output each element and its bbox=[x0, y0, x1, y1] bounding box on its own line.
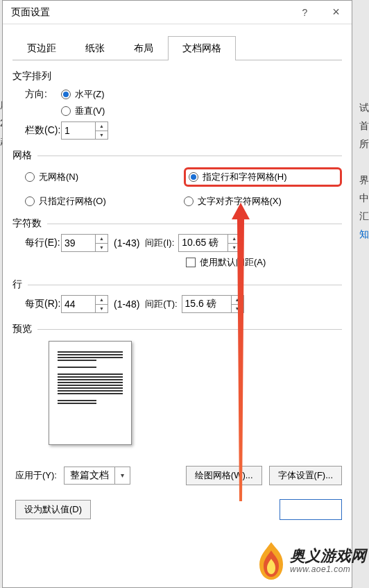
line-spacing-spinner[interactable]: ▲▼ bbox=[182, 295, 244, 313]
tab-layout[interactable]: 布局 bbox=[119, 36, 168, 60]
set-default-button[interactable]: 设为默认值(D) bbox=[15, 500, 91, 519]
line-spacing-input[interactable] bbox=[182, 296, 231, 312]
per-page-range: (1-48) bbox=[114, 299, 139, 310]
columns-label: 栏数(C): bbox=[12, 124, 61, 137]
spin-down-icon[interactable]: ▼ bbox=[96, 131, 108, 140]
per-line-range: (1-43) bbox=[114, 237, 139, 249]
window-title: 页面设置 bbox=[11, 6, 289, 19]
text-direction-group-label: 文字排列 bbox=[12, 70, 342, 83]
radio-icon bbox=[189, 172, 198, 182]
highlight-annotation: 指定行和字符网格(H) bbox=[184, 167, 343, 187]
radio-vertical[interactable]: 垂直(V) bbox=[61, 105, 105, 117]
spin-down-icon[interactable]: ▼ bbox=[232, 305, 243, 313]
watermark-site-url: www.aoe1.com bbox=[290, 565, 366, 574]
apply-to-select[interactable]: 整篇文档 ▾ bbox=[64, 467, 130, 485]
spin-down-icon[interactable]: ▼ bbox=[228, 244, 240, 252]
lines-group-label: 行 bbox=[12, 278, 22, 291]
spin-up-icon[interactable]: ▲ bbox=[96, 122, 108, 131]
spin-up-icon[interactable]: ▲ bbox=[232, 296, 243, 305]
tab-paper[interactable]: 纸张 bbox=[71, 36, 119, 60]
chevron-down-icon: ▾ bbox=[114, 467, 130, 484]
radio-line-only-grid[interactable]: 只指定行网格(O) bbox=[25, 195, 178, 208]
help-button[interactable]: ? bbox=[289, 1, 320, 24]
close-button[interactable]: × bbox=[320, 1, 352, 24]
spin-up-icon[interactable]: ▲ bbox=[96, 235, 108, 244]
tab-document-grid[interactable]: 文档网格 bbox=[168, 36, 236, 60]
per-line-input[interactable] bbox=[62, 235, 95, 251]
columns-input[interactable] bbox=[62, 122, 95, 139]
per-line-label: 每行(E): bbox=[12, 237, 61, 249]
site-watermark: 奥义游戏网 www.aoe1.com bbox=[255, 541, 366, 581]
radio-icon bbox=[25, 196, 35, 206]
draw-grid-button[interactable]: 绘图网格(W)... bbox=[186, 466, 262, 485]
preview-group-label: 预览 bbox=[12, 323, 32, 335]
spin-up-icon[interactable]: ▲ bbox=[228, 235, 240, 244]
default-spacing-checkbox[interactable]: 使用默认间距(A) bbox=[186, 256, 266, 269]
radio-icon bbox=[61, 90, 71, 99]
font-settings-button[interactable]: 字体设置(F)... bbox=[269, 466, 342, 485]
direction-label: 方向: bbox=[12, 88, 61, 101]
titlebar: 页面设置 ? × bbox=[3, 1, 352, 24]
flame-icon bbox=[255, 541, 287, 581]
chars-group-label: 字符数 bbox=[12, 217, 42, 230]
per-page-spinner[interactable]: ▲▼ bbox=[61, 295, 108, 313]
radio-icon bbox=[184, 196, 194, 206]
page-setup-dialog: 页面设置 ? × 页边距 纸张 布局 文档网格 文字排列 方向: 水平(Z) 垂… bbox=[2, 0, 352, 588]
char-spacing-spinner[interactable]: ▲▼ bbox=[178, 234, 241, 252]
per-line-spinner[interactable]: ▲▼ bbox=[61, 234, 108, 252]
tab-margins[interactable]: 页边距 bbox=[12, 36, 71, 60]
spin-down-icon[interactable]: ▼ bbox=[96, 244, 108, 252]
watermark-site-name: 奥义游戏网 bbox=[290, 548, 366, 564]
char-spacing-label: 间距(I): bbox=[145, 237, 174, 249]
per-page-input[interactable] bbox=[62, 296, 95, 312]
per-page-label: 每页(R): bbox=[12, 298, 61, 310]
radio-align-char-grid[interactable]: 文字对齐字符网格(X) bbox=[184, 195, 337, 208]
tab-bar: 页边距 纸张 布局 文档网格 bbox=[12, 35, 342, 60]
radio-horizontal[interactable]: 水平(Z) bbox=[61, 88, 105, 101]
preview-page bbox=[49, 341, 132, 445]
apply-to-label: 应用于(Y): bbox=[15, 469, 57, 482]
radio-icon bbox=[61, 106, 71, 116]
columns-spinner[interactable]: ▲▼ bbox=[61, 121, 108, 140]
spin-up-icon[interactable]: ▲ bbox=[96, 296, 108, 305]
checkbox-icon bbox=[186, 258, 196, 267]
radio-no-grid[interactable]: 无网格(N) bbox=[25, 167, 178, 187]
spin-down-icon[interactable]: ▼ bbox=[96, 305, 108, 313]
background-text-right: 试首所 界中汇 知 bbox=[359, 99, 369, 243]
grid-group-label: 网格 bbox=[12, 149, 32, 162]
line-spacing-label: 间距(T): bbox=[145, 298, 177, 310]
radio-line-char-grid[interactable]: 指定行和字符网格(H) bbox=[189, 171, 287, 183]
char-spacing-input[interactable] bbox=[179, 235, 228, 251]
radio-icon bbox=[25, 172, 35, 182]
ok-button[interactable] bbox=[280, 499, 342, 520]
